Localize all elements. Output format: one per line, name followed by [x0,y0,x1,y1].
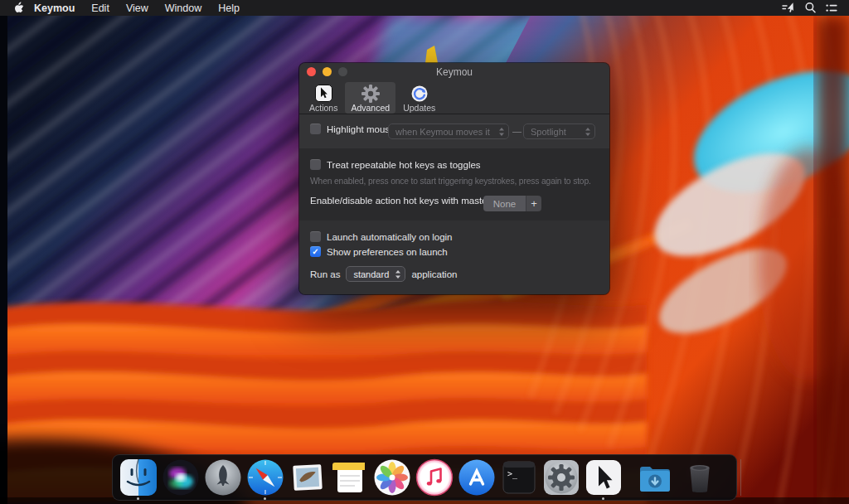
chevron-updown-icon [395,269,401,279]
menu-bar: Keymou Edit View Window Help [0,0,849,16]
master-key-label: Enable/disable action hot keys with mast… [310,196,511,206]
cursor-arrow-icon [315,84,332,103]
preferences-toolbar: Actions Advanced [299,80,609,114]
spotlight-menu-item[interactable] [799,0,821,16]
running-indicator-safari [264,497,266,500]
safari-compass-icon [246,458,284,497]
keymou-preferences-window: Keymou Actions [299,63,609,294]
master-key-value-button[interactable]: None [483,196,526,211]
run-as-suffix: application [411,269,457,279]
mail-stamp-icon [289,458,327,497]
window-title: Keymou [299,66,609,78]
window-title-bar[interactable]: Keymou [299,63,609,80]
run-as-label: Run as [310,269,340,279]
apple-menu[interactable] [13,2,24,14]
launchpad-rocket-icon [204,458,242,497]
tab-advanced-label: Advanced [351,103,390,113]
trash-icon [681,458,719,497]
repeatable-description: When enabled, press once to start trigge… [310,177,591,186]
menu-item-view[interactable]: View [118,0,157,16]
highlight-style-dropdown[interactable]: Spotlight [523,124,595,139]
repeatable-toggles-checkbox[interactable] [310,159,321,170]
siri-icon [162,458,200,497]
keymou-pointer-icon [781,2,796,14]
dock-photos[interactable] [373,458,411,497]
desktop: Keymou Edit View Window Help [0,0,849,504]
dock-itunes[interactable] [415,458,454,497]
chevron-updown-icon [585,127,591,137]
tab-advanced[interactable]: Advanced [345,82,395,114]
highlight-mode-dropdown[interactable]: when Keymou moves it [388,124,509,139]
running-indicator-finder [137,497,139,500]
dock-trash[interactable] [681,458,719,497]
tab-updates[interactable]: Updates [397,82,441,114]
show-prefs-checkbox[interactable]: ✓ [310,246,321,257]
checkmark-glyph: ✓ [312,248,318,256]
gear-icon [361,84,380,103]
highlight-mouse-label: Highlight mouse [327,124,395,134]
dock-downloads[interactable] [636,458,674,497]
highlight-mode-value: when Keymou moves it [395,127,494,137]
keymou-cursor-icon [585,458,623,497]
launch-on-login-checkbox[interactable] [310,231,321,242]
finder-icon [119,458,158,497]
photos-pinwheel-icon [373,458,411,497]
tab-updates-label: Updates [403,103,435,113]
running-indicator-keymou [602,497,604,500]
tab-actions[interactable]: Actions [303,82,343,114]
dock-separator [740,459,741,496]
section-hot-keys: Treat repeatable hot keys as toggles Whe… [299,148,609,220]
menu-item-app[interactable]: Keymou [26,0,83,16]
run-as-dropdown[interactable]: standard [346,266,405,282]
section-highlight-mouse: Highlight mouse when Keymou moves it — S… [299,114,609,148]
menu-item-edit[interactable]: Edit [83,0,118,16]
highlight-mouse-checkbox[interactable] [310,124,321,134]
master-key-control: None + [483,196,541,211]
menu-item-window[interactable]: Window [157,0,210,16]
show-prefs-label: Show preferences on launch [327,247,448,257]
dock-notes[interactable] [331,458,369,497]
notes-icon [331,458,369,497]
notification-center-icon [825,2,838,14]
system-preferences-gear-icon [542,458,580,497]
launch-on-login-label: Launch automatically on login [327,232,453,242]
section-launch-options: Launch automatically on login ✓ Show pre… [299,220,609,294]
dock-launchpad[interactable] [204,458,242,497]
itunes-music-icon [415,458,454,497]
dock-keymou[interactable] [585,458,623,497]
notification-center-menu-item[interactable] [821,0,842,16]
refresh-circle-icon [410,84,429,103]
keymou-status-item[interactable] [778,0,799,16]
dock-terminal[interactable]: >_ [500,458,538,497]
terminal-icon: >_ [500,458,538,497]
dash-separator: — [512,126,522,136]
svg-text:>_: >_ [507,469,518,479]
run-as-value: standard [353,269,391,279]
apple-logo-icon [13,2,24,14]
dock-finder[interactable] [119,458,158,497]
master-key-add-button[interactable]: + [526,196,541,211]
preferences-content: Highlight mouse when Keymou moves it — S… [299,114,609,294]
downloads-folder-icon [636,458,674,497]
dock-safari[interactable] [246,458,284,497]
repeatable-toggles-label: Treat repeatable hot keys as toggles [327,160,481,170]
app-store-icon [458,458,496,497]
menu-item-help[interactable]: Help [210,0,248,16]
spotlight-search-icon [804,2,817,14]
dock-app-store[interactable] [458,458,496,497]
highlight-style-value: Spotlight [531,127,580,137]
dock-siri[interactable] [162,458,200,497]
dock: >_ [112,454,737,501]
tab-actions-label: Actions [309,103,337,113]
dock-system-preferences[interactable] [542,458,580,497]
chevron-updown-icon [498,127,505,137]
dock-mail[interactable] [289,458,327,497]
